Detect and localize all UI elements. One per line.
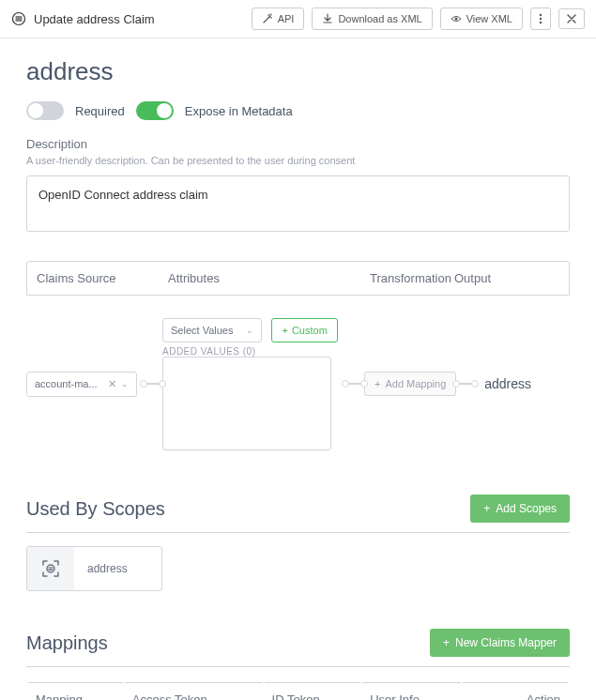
output-text: address <box>484 376 531 391</box>
table-header-row: Mapping Access Token ID Token User Info … <box>28 682 568 700</box>
download-label: Download as XML <box>338 13 421 24</box>
source-text: account-ma... <box>35 378 103 389</box>
col-id: ID Token <box>265 682 361 700</box>
required-label: Required <box>75 104 125 118</box>
eye-icon <box>451 13 462 24</box>
mappings-table: Mapping Access Token ID Token User Info … <box>26 680 570 700</box>
col-mapping: Mapping <box>28 682 123 700</box>
plus-icon: + <box>443 636 450 649</box>
add-scopes-button[interactable]: + Add Scopes <box>470 495 570 523</box>
svg-point-4 <box>454 18 457 21</box>
connector <box>144 383 162 385</box>
select-values-dropdown[interactable]: Select Values ⌄ <box>162 318 262 342</box>
description-label: Description <box>26 137 570 151</box>
required-toggle[interactable] <box>26 101 64 120</box>
scopes-title: Used By Scopes <box>26 498 461 520</box>
add-scopes-label: Add Scopes <box>496 502 557 515</box>
col-source: Claims Source <box>37 271 168 285</box>
col-transform: Transformation <box>370 271 454 285</box>
view-label: View XML <box>466 13 512 24</box>
new-claims-mapper-button[interactable]: + New Claims Mapper <box>430 629 570 657</box>
values-box <box>162 357 331 450</box>
mapping-body: account-ma... ✕ ⌄ Select Values ⌄ + <box>26 296 570 464</box>
more-button[interactable] <box>530 8 551 30</box>
new-mapper-label: New Claims Mapper <box>455 636 557 649</box>
scopes-header: Used By Scopes + Add Scopes <box>26 495 570 523</box>
col-action: Action <box>463 682 568 700</box>
mappings-header: Mappings + New Claims Mapper <box>26 629 570 657</box>
download-xml-button[interactable]: Download as XML <box>312 8 432 30</box>
scope-chip[interactable]: address <box>26 546 162 591</box>
header-title: Update address Claim <box>34 12 244 26</box>
svg-point-6 <box>540 18 542 20</box>
added-values-label: ADDED VALUES (0) <box>162 346 345 357</box>
main-content: address Required Expose in Metadata Desc… <box>0 38 596 700</box>
toggle-row: Required Expose in Metadata <box>26 101 570 120</box>
mapping-headers: Claims Source Attributes Transformation … <box>26 261 570 296</box>
divider <box>26 532 570 533</box>
col-output: Output <box>454 271 559 285</box>
expose-label: Expose in Metadata <box>185 104 293 118</box>
close-button[interactable] <box>558 8 585 29</box>
custom-label: Custom <box>292 325 328 336</box>
plus-icon: + <box>483 502 490 515</box>
connector <box>456 383 475 385</box>
claim-icon <box>11 11 26 26</box>
claims-source-chip[interactable]: account-ma... ✕ ⌄ <box>26 372 137 397</box>
expose-toggle[interactable] <box>136 101 174 120</box>
svg-point-5 <box>540 14 542 16</box>
select-values-label: Select Values <box>171 325 233 336</box>
description-help: A user-friendly description. Can be pres… <box>26 155 570 166</box>
api-button[interactable]: API <box>252 8 305 30</box>
connector <box>345 383 364 385</box>
svg-point-7 <box>540 22 542 23</box>
scope-icon <box>27 547 74 590</box>
col-attributes: Attributes <box>168 271 370 285</box>
scope-label: address <box>87 562 161 575</box>
remove-source-icon[interactable]: ✕ <box>108 378 116 390</box>
add-mapping-button[interactable]: + Add Mapping <box>364 372 456 396</box>
page-header: Update address Claim API Download as XML… <box>0 0 596 38</box>
col-access: Access Token <box>125 682 263 700</box>
close-icon <box>567 14 576 23</box>
col-userinfo: User Info <box>362 682 461 700</box>
chevron-down-icon[interactable]: ⌄ <box>121 379 129 388</box>
chevron-down-icon: ⌄ <box>246 326 253 335</box>
plus-icon: + <box>374 378 380 389</box>
attributes-area: Select Values ⌄ + Custom ADDED VALUES (0… <box>162 318 345 450</box>
more-icon <box>539 13 543 24</box>
custom-button[interactable]: + Custom <box>271 318 337 342</box>
description-input[interactable] <box>26 175 570 232</box>
mappings-title: Mappings <box>26 632 420 654</box>
plus-icon: + <box>282 325 287 336</box>
view-xml-button[interactable]: View XML <box>440 8 523 30</box>
wand-icon <box>262 13 273 24</box>
claims-mapping-section: Claims Source Attributes Transformation … <box>26 261 570 464</box>
description-field: Description A user-friendly description.… <box>26 137 570 235</box>
page-title: address <box>26 57 570 86</box>
add-mapping-label: Add Mapping <box>385 378 446 389</box>
api-label: API <box>278 13 295 24</box>
divider <box>26 666 570 667</box>
download-icon <box>322 13 333 24</box>
